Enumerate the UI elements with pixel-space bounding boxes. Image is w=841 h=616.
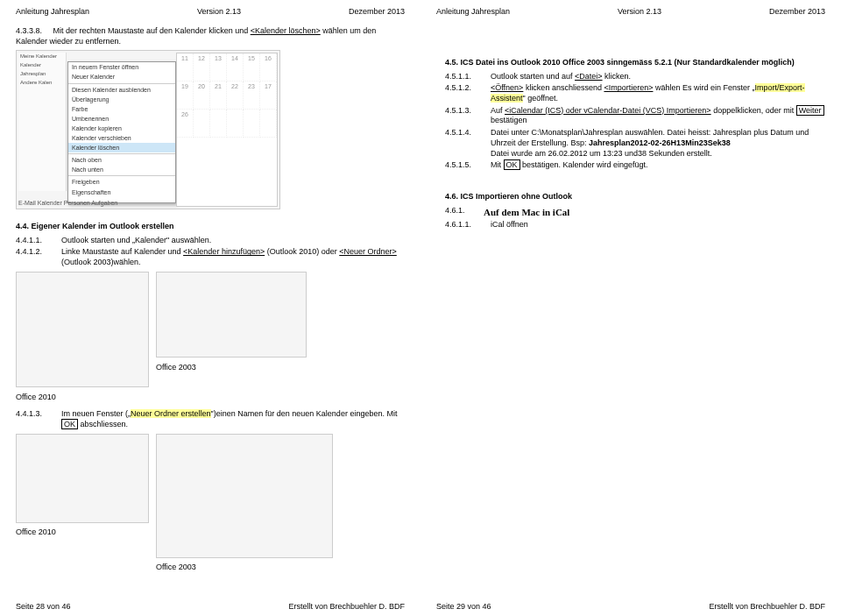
p-4513-txt: Auf <iCalendar (ICS) oder vCalendar-Date… [491, 106, 825, 126]
menu-item-delete: Kalender löschen [68, 143, 175, 152]
cal-cell: 17 [260, 81, 277, 110]
p-4515-txt: Mit OK bestätigen. Kalender wird eingefü… [491, 160, 825, 171]
page-footer-right: Seite 29 von 46 Erstellt von Brechbuehle… [436, 602, 825, 611]
p-4514-txt: Datei unter C:\Monatsplan\Jahresplan aus… [491, 128, 825, 159]
p-4512-num: 4.5.1.2. [445, 83, 491, 103]
cal-cell: 20 [194, 81, 210, 110]
page-header-left: Anleitung Jahresplan Version 2.13 Dezemb… [16, 7, 405, 16]
header-date: Dezember 2013 [769, 7, 825, 16]
figure-row-new-folder: Office 2010 Office 2003 [16, 434, 405, 573]
menu-item: Umbenennen [68, 114, 175, 124]
sidebar-item: Kalender [18, 61, 66, 70]
p-4515-num: 4.5.1.5. [445, 160, 491, 171]
footer-pagenum: Seite 28 von 46 [16, 602, 71, 611]
p-4413-a: Im neuen Fenster („ [61, 409, 131, 418]
p-4515-c: bestätigen. Kalender wird eingefügt. [520, 160, 648, 169]
sec-45-title: 4.5. ICS Datei ins Outlook 2010 Office 2… [445, 58, 825, 68]
footer-author: Erstellt von Brechbuehler D. BDF [709, 602, 825, 611]
figure-calendar-grid: 11 12 13 14 15 16 19 20 21 22 23 17 26 [176, 53, 278, 207]
figure-row-new-calendar: Office 2010 Office 2003 [16, 272, 405, 402]
p-4512-a: <Öffnen> [491, 83, 523, 92]
p-4611-txt: iCal öffnen [491, 220, 825, 230]
page-header-right: Anleitung Jahresplan Version 2.13 Dezemb… [436, 7, 825, 16]
right-content: 4.5. ICS Datei ins Outlook 2010 Office 2… [445, 23, 825, 611]
p-4511-txt: Outlook starten und auf <Datei> klicken. [491, 72, 825, 82]
figure-sidebar: Meine Kalender Kalender Jahresplan Ander… [18, 53, 67, 191]
menu-item: In neuem Fenster öffnen [68, 62, 175, 72]
cal-cell [260, 110, 277, 138]
figure-office2003-dialog [156, 434, 333, 558]
p-4611: 4.6.1.1. iCal öffnen [445, 220, 825, 230]
sidebar-item: Jahresplan [18, 70, 66, 79]
menu-item: Überlagerung [68, 95, 175, 104]
p-4514-num: 4.5.1.4. [445, 128, 491, 159]
p-4511-b: <Datei> [575, 72, 603, 81]
menu-item: Freigeben [68, 177, 175, 187]
p-4511-c: klicken. [603, 72, 632, 81]
p-4412: 4.4.1.2. Linke Maustaste auf Kalender un… [16, 247, 405, 267]
cal-cell: 14 [227, 53, 244, 81]
page-left: Anleitung Jahresplan Version 2.13 Dezemb… [0, 0, 420, 616]
p-4611-num: 4.6.1.1. [445, 220, 491, 230]
footer-pagenum: Seite 29 von 46 [436, 602, 491, 611]
p-4512-c: <Importieren> [604, 83, 653, 92]
cal-cell: 26 [177, 110, 194, 138]
sidebar-item: Meine Kalender [18, 53, 66, 61]
p-4412-b: <Kalender hinzufügen> [183, 247, 265, 256]
cal-cell: 11 [177, 53, 194, 81]
figure-bottom-tabs: E-Mail Kalender Personen Aufgaben [18, 199, 117, 207]
p-4412-num: 4.4.1.2. [16, 247, 61, 267]
menu-sep [68, 83, 175, 84]
page-footer-left: Seite 28 von 46 Erstellt von Brechbuehle… [16, 602, 405, 611]
figure-office2010-menu [16, 272, 149, 387]
header-date: Dezember 2013 [349, 7, 405, 16]
p-4511-a: Outlook starten und auf [491, 72, 575, 81]
p-4413-txt: Im neuen Fenster („Neuer Ordner erstelle… [61, 409, 405, 429]
p-4412-d: <Neuer Ordner> [339, 247, 397, 256]
sidebar-item: Andere Kalen [18, 79, 66, 88]
p-4513-d: Weiter [796, 105, 824, 116]
figure-office2003-menu [156, 272, 307, 358]
menu-sep [68, 153, 175, 154]
cal-cell: 12 [194, 53, 210, 81]
p-4411-txt: Outlook starten und „Kalender" auswählen… [61, 236, 405, 246]
menu-item: Diesen Kalender ausblenden [68, 85, 175, 95]
p-4512-d: wählen Es wird ein Fenster „ [653, 83, 754, 92]
p-4413-c: ")einen Namen für den neuen Kalender ein… [211, 409, 398, 418]
menu-sep [68, 175, 175, 176]
p-461-txt: Auf dem Mac in iCal [484, 206, 825, 218]
p-4413: 4.4.1.3. Im neuen Fenster („Neuer Ordner… [16, 409, 405, 429]
sec-44-title: 4.4. Eigener Kalender im Outlook erstell… [16, 222, 405, 232]
menu-item: Farbe [68, 104, 175, 114]
footer-author: Erstellt von Brechbuehler D. BDF [288, 602, 405, 611]
p-4512-b: klicken anschliessend [523, 83, 604, 92]
cal-cell: 16 [260, 53, 277, 81]
p-4412-e: (Outlook 2003)wählen. [61, 258, 141, 266]
p-4338-b: <Kalender löschen> [251, 26, 321, 35]
header-version: Version 2.13 [197, 7, 241, 16]
p-4411-num: 4.4.1.1. [16, 236, 61, 246]
p-4513-b: <iCalendar (ICS) oder vCalendar-Datei (V… [505, 106, 711, 115]
p-4338: 4.3.3.8. Mit der rechten Maustaste auf d… [16, 26, 405, 46]
cal-cell: 13 [210, 53, 227, 81]
p-4512: 4.5.1.2. <Öffnen> klicken anschliessend … [445, 83, 825, 103]
p-4412-a: Linke Maustaste auf Kalender und [61, 247, 183, 256]
figure-office2010-dialog [16, 434, 149, 523]
cal-cell [210, 110, 227, 138]
p-4511: 4.5.1.1. Outlook starten und auf <Datei>… [445, 72, 825, 82]
p-461-num: 4.6.1. [445, 206, 484, 218]
figure-outlook-calendar: Meine Kalender Kalender Jahresplan Ander… [16, 50, 280, 209]
header-title: Anleitung Jahresplan [16, 7, 89, 16]
p-4515-a: Mit [491, 160, 504, 169]
p-4513: 4.5.1.3. Auf <iCalendar (ICS) oder vCale… [445, 106, 825, 126]
p-4412-txt: Linke Maustaste auf Kalender und <Kalend… [61, 247, 405, 267]
p-4511-num: 4.5.1.1. [445, 72, 491, 82]
menu-item: Kalender kopieren [68, 124, 175, 133]
p-4412-c: (Outlook 2010) oder [265, 247, 339, 256]
label-office2003: Office 2003 [156, 363, 307, 373]
menu-item: Neuer Kalender [68, 72, 175, 81]
p-4513-num: 4.5.1.3. [445, 106, 491, 126]
p-4413-b: Neuer Ordner erstellen [131, 409, 211, 418]
p-4338-num: 4.3.3.8. [16, 26, 42, 37]
p-4512-f: " geöffnet. [523, 94, 559, 103]
